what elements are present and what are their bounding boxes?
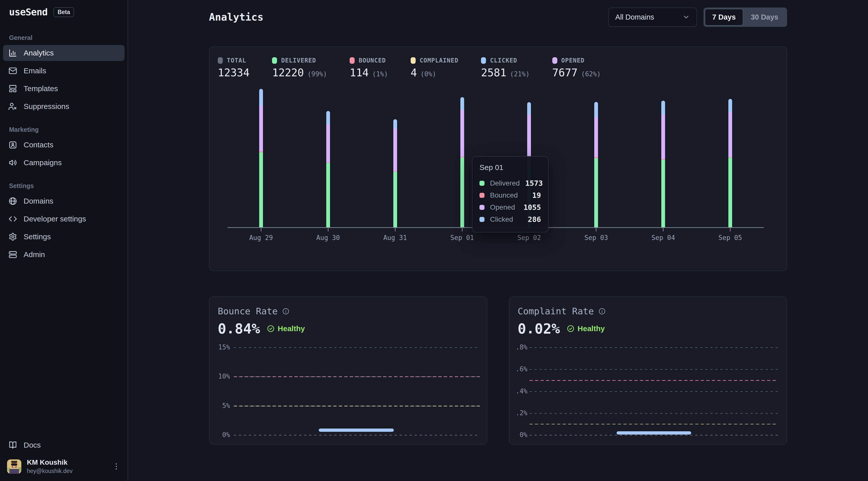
bar-aug-30[interactable] (326, 111, 330, 227)
profile-menu-button[interactable] (112, 462, 121, 471)
complaint-rate-value: 0.02% (518, 320, 560, 336)
chart-tooltip: Sep 01 Delivered1573Bounced19Opened1055C… (472, 156, 549, 232)
nav-section-label: Marketing (9, 126, 119, 133)
y-axis-label: 10% (210, 373, 230, 380)
nav-section-general: GeneralAnalyticsEmailsTemplatesSuppressi… (3, 34, 125, 115)
stat-label: DELIVERED (281, 57, 316, 64)
rate-cards-row: Bounce Rate 0.84% Healthy 15%10%5%0% Com… (209, 296, 787, 445)
stat-color-dot (272, 57, 277, 64)
sidebar-item-contacts[interactable]: Contacts (3, 137, 125, 153)
sidebar-item-emails[interactable]: Emails (3, 63, 125, 79)
check-circle-icon (267, 325, 275, 333)
complaint-rate-value-row: 0.02% Healthy (509, 316, 786, 336)
header-controls: All Domains 7 Days 30 Days (608, 7, 787, 27)
gridline (529, 413, 778, 414)
info-icon[interactable] (282, 308, 289, 315)
sidebar-item-settings[interactable]: Settings (3, 229, 125, 245)
gridline (529, 369, 778, 370)
tooltip-row-opened: Opened1055 (479, 201, 541, 214)
stat-percent: (1%) (372, 70, 388, 78)
bar-sep-03[interactable] (594, 102, 598, 227)
bounce-rate-line (319, 428, 394, 432)
range-30-days-button[interactable]: 30 Days (743, 9, 786, 26)
stat-label: OPENED (561, 57, 585, 64)
sidebar-item-developer-settings[interactable]: Developer settings (3, 211, 125, 227)
info-icon[interactable] (598, 308, 606, 315)
stat-header: TOTAL (218, 57, 249, 64)
analytics-chart-card: TOTAL12334DELIVERED12220(99%)BOUNCED114(… (209, 46, 787, 271)
stat-value: 12220(99%) (272, 67, 327, 79)
topbar: Analytics All Domains 7 Days 30 Days (209, 7, 787, 27)
stat-color-dot (218, 57, 223, 64)
stat-header: DELIVERED (272, 57, 327, 64)
stat-value: 2581(21%) (481, 67, 529, 79)
tooltip-color-dot (479, 217, 485, 222)
bar-aug-31[interactable] (393, 119, 397, 227)
sidebar-nav: GeneralAnalyticsEmailsTemplatesSuppressi… (3, 18, 125, 264)
sidebar-item-analytics[interactable]: Analytics (3, 45, 125, 61)
bar-sep-05[interactable] (728, 99, 732, 227)
stat-label: CLICKED (490, 57, 517, 64)
tooltip-label: Opened (490, 203, 515, 212)
gridline (529, 391, 778, 392)
layout-icon (8, 84, 17, 93)
stat-percent: (99%) (307, 70, 327, 78)
domain-select[interactable]: All Domains (608, 7, 697, 27)
sidebar-item-admin[interactable]: Admin (3, 247, 125, 263)
stat-value: 7677(62%) (552, 67, 601, 79)
stat-header: COMPLAINED (411, 57, 459, 64)
x-axis-tick (663, 228, 663, 231)
bar-segment-clicked (527, 102, 531, 115)
sidebar-item-label: Contacts (24, 140, 53, 149)
stat-total: TOTAL12334 (218, 57, 249, 79)
sidebar-item-docs[interactable]: Docs (3, 437, 125, 453)
complaint-rate-title: Complaint Rate (518, 306, 594, 316)
domain-select-value: All Domains (615, 13, 654, 21)
bar-segment-delivered (661, 160, 665, 227)
threshold-line (529, 380, 778, 381)
mail-icon (8, 67, 17, 75)
sidebar-item-label: Docs (24, 441, 41, 449)
sidebar-item-templates[interactable]: Templates (3, 81, 125, 97)
complaint-rate-header: Complaint Rate (509, 297, 786, 316)
bar-segment-bounced (460, 157, 464, 157)
bounce-status-label: Healthy (278, 324, 305, 333)
stat-header: BOUNCED (350, 57, 388, 64)
range-toggle: 7 Days 30 Days (704, 7, 787, 27)
user-profile[interactable]: KM Koushik hey@koushik.dev (3, 455, 125, 476)
bar-segment-clicked (728, 99, 732, 112)
stat-complained: COMPLAINED4(0%) (411, 57, 459, 79)
sidebar-item-domains[interactable]: Domains (3, 193, 125, 209)
bar-segment-clicked (393, 119, 397, 129)
chevron-down-icon (682, 13, 690, 21)
sidebar-item-suppressions[interactable]: Suppressions (3, 98, 125, 115)
sidebar-item-label: Admin (24, 250, 45, 259)
y-axis-label: 0% (509, 431, 527, 439)
y-axis-label: 5% (210, 402, 230, 410)
gridline (234, 347, 480, 348)
threshold-line (529, 424, 778, 424)
tooltip-value: 286 (528, 215, 541, 224)
bar-sep-04[interactable] (661, 101, 665, 227)
bar-aug-29[interactable] (259, 89, 263, 227)
stat-label: BOUNCED (359, 57, 386, 64)
bar-segment-delivered (728, 158, 732, 227)
sidebar-item-campaigns[interactable]: Campaigns (3, 155, 125, 171)
tooltip-color-dot (479, 181, 485, 186)
stat-color-dot (552, 57, 557, 64)
tooltip-value: 19 (532, 191, 541, 200)
bar-segment-opened (259, 106, 263, 151)
sidebar-item-label: Suppressions (24, 102, 69, 111)
contact-icon (8, 140, 17, 149)
bar-sep-01[interactable] (460, 97, 464, 227)
bar-segment-delivered (326, 163, 330, 227)
sidebar-item-label: Templates (24, 84, 58, 93)
sidebar-item-label: Analytics (24, 49, 54, 57)
logo-row: useSend Beta (3, 0, 125, 18)
stat-percent: (0%) (421, 70, 436, 78)
tooltip-color-dot (479, 193, 485, 198)
user-email: hey@koushik.dev (27, 468, 72, 475)
range-7-days-button[interactable]: 7 Days (705, 9, 743, 26)
bar-segment-opened (728, 112, 732, 157)
x-axis-tick (395, 228, 396, 231)
